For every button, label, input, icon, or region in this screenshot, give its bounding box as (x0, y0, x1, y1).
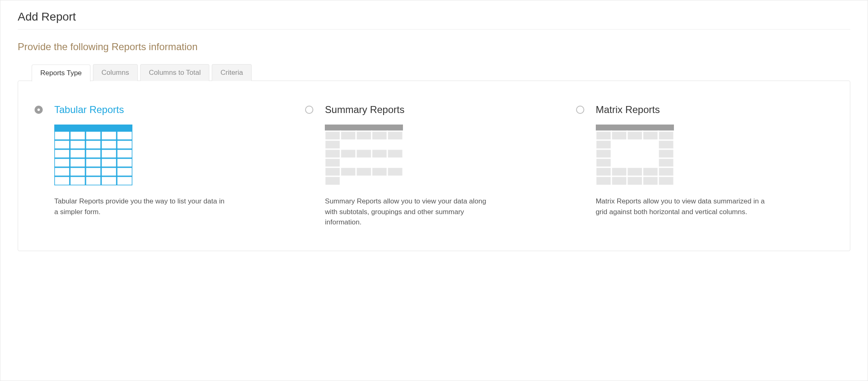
svg-rect-60 (372, 176, 387, 185)
svg-rect-8 (86, 140, 101, 149)
svg-rect-4 (101, 131, 117, 140)
add-report-page: Add Report Provide the following Reports… (0, 0, 868, 381)
radio-tabular[interactable] (35, 106, 43, 114)
svg-rect-45 (372, 149, 387, 158)
page-title: Add Report (18, 10, 850, 30)
svg-rect-20 (117, 158, 132, 167)
svg-rect-41 (387, 140, 403, 149)
radio-summary[interactable] (305, 106, 313, 114)
svg-rect-79 (611, 158, 627, 167)
svg-rect-14 (101, 149, 117, 158)
svg-rect-74 (611, 149, 627, 158)
svg-rect-28 (86, 176, 101, 185)
svg-rect-22 (70, 167, 86, 176)
option-tabular[interactable]: Tabular Reports (35, 104, 292, 228)
svg-rect-89 (611, 176, 627, 185)
svg-rect-47 (325, 158, 340, 167)
svg-rect-30 (117, 176, 132, 185)
svg-rect-70 (627, 140, 643, 149)
option-title-tabular: Tabular Reports (54, 104, 292, 115)
svg-rect-59 (356, 176, 372, 185)
svg-rect-49 (356, 158, 372, 167)
svg-rect-58 (340, 176, 356, 185)
svg-rect-80 (627, 158, 643, 167)
svg-rect-10 (117, 140, 132, 149)
svg-rect-15 (117, 149, 132, 158)
svg-rect-55 (372, 167, 387, 176)
svg-rect-86 (643, 167, 658, 176)
tab-panel-reports-type: Tabular Reports (18, 81, 850, 251)
tabular-report-icon (54, 125, 132, 185)
svg-rect-18 (86, 158, 101, 167)
summary-report-icon (325, 125, 403, 185)
svg-rect-27 (70, 176, 86, 185)
svg-rect-36 (387, 131, 403, 140)
option-title-matrix: Matrix Reports (596, 104, 833, 115)
tab-reports-type[interactable]: Reports Type (32, 65, 90, 81)
svg-rect-88 (596, 176, 611, 185)
svg-rect-72 (658, 140, 674, 149)
svg-rect-77 (658, 149, 674, 158)
svg-rect-1 (54, 131, 70, 140)
svg-rect-46 (387, 149, 403, 158)
tab-columns[interactable]: Columns (93, 64, 138, 81)
svg-rect-66 (643, 131, 658, 140)
svg-rect-75 (627, 149, 643, 158)
svg-rect-90 (627, 176, 643, 185)
svg-rect-52 (325, 167, 340, 176)
svg-rect-76 (643, 149, 658, 158)
svg-rect-43 (340, 149, 356, 158)
svg-rect-0 (54, 125, 132, 131)
tab-criteria[interactable]: Criteria (212, 64, 252, 81)
svg-rect-61 (387, 176, 403, 185)
svg-rect-26 (54, 176, 70, 185)
svg-rect-35 (372, 131, 387, 140)
report-type-options: Tabular Reports (35, 104, 833, 228)
svg-rect-21 (54, 167, 70, 176)
svg-rect-53 (340, 167, 356, 176)
svg-rect-92 (658, 176, 674, 185)
svg-rect-17 (70, 158, 86, 167)
svg-rect-51 (387, 158, 403, 167)
svg-rect-57 (325, 176, 340, 185)
svg-rect-81 (643, 158, 658, 167)
svg-rect-24 (101, 167, 117, 176)
svg-rect-64 (611, 131, 627, 140)
option-title-summary: Summary Reports (325, 104, 562, 115)
matrix-report-icon (596, 125, 674, 185)
svg-rect-25 (117, 167, 132, 176)
svg-rect-71 (643, 140, 658, 149)
radio-matrix[interactable] (576, 106, 584, 114)
tab-columns-to-total[interactable]: Columns to Total (140, 64, 209, 81)
svg-rect-50 (372, 158, 387, 167)
svg-rect-13 (86, 149, 101, 158)
svg-rect-82 (658, 158, 674, 167)
svg-rect-29 (101, 176, 117, 185)
svg-rect-91 (643, 176, 658, 185)
svg-rect-23 (86, 167, 101, 176)
svg-rect-37 (325, 140, 340, 149)
svg-rect-6 (54, 140, 70, 149)
svg-rect-39 (356, 140, 372, 149)
svg-rect-19 (101, 158, 117, 167)
svg-rect-83 (596, 167, 611, 176)
svg-rect-42 (325, 149, 340, 158)
svg-rect-34 (356, 131, 372, 140)
svg-rect-32 (325, 131, 340, 140)
svg-rect-44 (356, 149, 372, 158)
svg-rect-9 (101, 140, 117, 149)
svg-rect-33 (340, 131, 356, 140)
svg-rect-7 (70, 140, 86, 149)
svg-rect-87 (658, 167, 674, 176)
option-summary[interactable]: Summary Reports (305, 104, 562, 228)
option-desc-summary: Summary Reports allow you to view your d… (325, 196, 498, 228)
svg-rect-69 (611, 140, 627, 149)
option-matrix[interactable]: Matrix Reports (576, 104, 833, 228)
option-desc-matrix: Matrix Reports allow you to view data su… (596, 196, 768, 217)
svg-rect-40 (372, 140, 387, 149)
svg-rect-31 (325, 125, 403, 131)
svg-rect-85 (627, 167, 643, 176)
svg-rect-5 (117, 131, 132, 140)
svg-rect-11 (54, 149, 70, 158)
svg-rect-68 (596, 140, 611, 149)
